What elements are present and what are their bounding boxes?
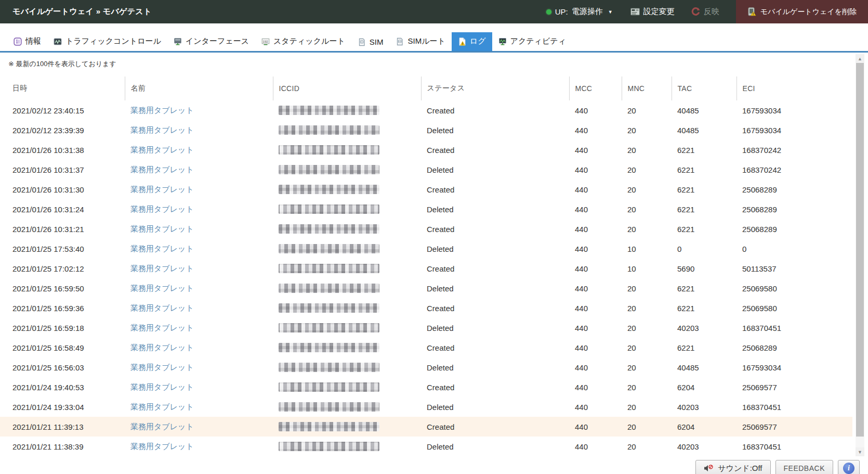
tab-sim[interactable]: SIM [351, 33, 390, 51]
refresh-icon [691, 7, 700, 16]
tab-static-route[interactable]: 192 スタティックルート [255, 32, 351, 51]
log-mcc: 440 [569, 437, 622, 456]
log-datetime: 2021/01/21 11:39:13 [0, 417, 125, 437]
gateway-name-link[interactable]: 業務用タブレット [130, 125, 194, 134]
iccid-redacted [279, 303, 379, 313]
log-mnc: 20 [622, 397, 672, 417]
gateway-name-link[interactable]: 業務用タブレット [130, 442, 194, 451]
gateway-name-link[interactable]: 業務用タブレット [130, 402, 194, 411]
log-status: Created [421, 219, 569, 239]
scrollbar-thumb[interactable] [856, 63, 864, 437]
log-datetime: 2021/01/25 17:02:12 [0, 259, 125, 278]
apply-label: 反映 [704, 7, 719, 17]
gateway-name-link[interactable]: 業務用タブレット [130, 244, 194, 253]
feedback-button[interactable]: FEEDBACK [775, 460, 833, 474]
tab-interface[interactable]: インターフェース [167, 32, 255, 51]
log-tac: 5690 [672, 259, 737, 278]
gateway-name-link[interactable]: 業務用タブレット [130, 165, 194, 174]
gateway-name-link[interactable]: 業務用タブレット [130, 204, 194, 213]
tab-activity[interactable]: アクティビティ [492, 32, 572, 51]
scroll-down-arrow-icon[interactable]: ▼ [856, 447, 864, 456]
tab-sim-route[interactable]: SIMルート [389, 32, 451, 51]
log-eci: 25068289 [737, 180, 852, 199]
settings-change-button[interactable]: 設定変更 [630, 7, 675, 17]
log-datetime: 2021/01/26 10:31:21 [0, 219, 125, 239]
settings-change-label: 設定変更 [643, 7, 675, 17]
iccid-redacted [279, 204, 379, 214]
log-eci: 25069577 [737, 377, 852, 397]
log-mnc: 20 [622, 219, 672, 239]
log-datetime: 2021/02/12 23:40:15 [0, 100, 125, 120]
log-mcc: 440 [569, 338, 622, 357]
delete-gateway-button[interactable]: モバイルゲートウェイを削除 [736, 0, 868, 23]
log-mcc: 440 [569, 219, 622, 239]
log-eci: 25068289 [737, 199, 852, 219]
log-status: Created [421, 338, 569, 357]
gateway-name-link[interactable]: 業務用タブレット [130, 323, 194, 332]
info-button[interactable]: i [838, 460, 860, 474]
log-mcc: 440 [569, 199, 622, 219]
power-menu-label: 電源操作 [572, 7, 603, 17]
table-row: 2021/01/25 16:59:18 業務用タブレット Deleted 440… [0, 318, 852, 338]
gateway-name-link[interactable]: 業務用タブレット [130, 106, 194, 114]
table-row: 2021/01/21 11:39:13 業務用タブレット Created 440… [0, 417, 852, 437]
traffic-control-icon [54, 37, 62, 46]
log-icon [458, 37, 466, 46]
info-icon [14, 37, 22, 46]
log-eci: 25069580 [737, 298, 852, 318]
column-header: ステータス [421, 76, 569, 100]
iccid-redacted [279, 244, 379, 253]
iccid-redacted [279, 343, 379, 352]
gateway-name-link[interactable]: 業務用タブレット [130, 264, 194, 273]
log-mnc: 10 [622, 239, 672, 259]
tab-info[interactable]: 情報 [7, 32, 47, 51]
log-mnc: 20 [622, 437, 672, 456]
log-mcc: 440 [569, 160, 622, 180]
log-mcc: 440 [569, 357, 622, 377]
gateway-name-link[interactable]: 業務用タブレット [130, 303, 194, 312]
log-eci: 25069580 [737, 278, 852, 298]
vertical-scrollbar[interactable]: ▲ ▼ [856, 54, 864, 456]
tab-sim-label: SIM [370, 37, 384, 46]
log-tac: 40485 [672, 100, 737, 120]
log-datetime: 2021/01/25 16:59:50 [0, 278, 125, 298]
log-datetime: 2021/01/26 10:31:30 [0, 180, 125, 199]
log-mnc: 20 [622, 140, 672, 160]
gateway-name-link[interactable]: 業務用タブレット [130, 224, 194, 233]
log-mcc: 440 [569, 239, 622, 259]
log-mnc: 20 [622, 417, 672, 437]
sound-toggle-button[interactable]: サウンド:Off [695, 460, 770, 474]
tab-traffic-control[interactable]: トラフィックコントロール [47, 32, 167, 51]
log-datetime: 2021/01/24 19:33:04 [0, 397, 125, 417]
log-status: Deleted [421, 160, 569, 180]
column-header: ECI [737, 76, 852, 100]
log-tac: 6221 [672, 338, 737, 357]
log-datetime: 2021/01/21 11:38:39 [0, 437, 125, 456]
gateway-name-link[interactable]: 業務用タブレット [130, 284, 194, 292]
sim-route-icon [396, 37, 404, 46]
log-mcc: 440 [569, 318, 622, 338]
power-menu-button[interactable]: UP: 電源操作 ▼ [546, 7, 613, 17]
log-datetime: 2021/01/26 10:31:38 [0, 140, 125, 160]
gateway-name-link[interactable]: 業務用タブレット [130, 363, 194, 371]
scroll-up-arrow-icon[interactable]: ▲ [856, 54, 864, 63]
gateway-name-link[interactable]: 業務用タブレット [130, 145, 194, 154]
log-eci: 168370451 [737, 397, 852, 417]
log-eci: 168370242 [737, 140, 852, 160]
log-status: Deleted [421, 239, 569, 259]
gateway-name-link[interactable]: 業務用タブレット [130, 343, 194, 352]
log-datetime: 2021/01/25 17:53:40 [0, 239, 125, 259]
tab-interface-label: インターフェース [186, 36, 249, 46]
column-header: MNC [622, 76, 672, 100]
gateway-name-link[interactable]: 業務用タブレット [130, 185, 194, 194]
gateway-name-link[interactable]: 業務用タブレット [130, 422, 194, 431]
apply-button[interactable]: 反映 [691, 7, 719, 17]
gateway-name-link[interactable]: 業務用タブレット [130, 382, 194, 391]
log-eci: 25068289 [737, 338, 852, 357]
log-status: Created [421, 180, 569, 199]
iccid-redacted [279, 402, 379, 412]
tab-log[interactable]: ログ [452, 32, 492, 51]
log-datetime: 2021/02/12 23:39:39 [0, 120, 125, 140]
delete-gateway-icon [747, 7, 756, 16]
log-status: Deleted [421, 437, 569, 456]
